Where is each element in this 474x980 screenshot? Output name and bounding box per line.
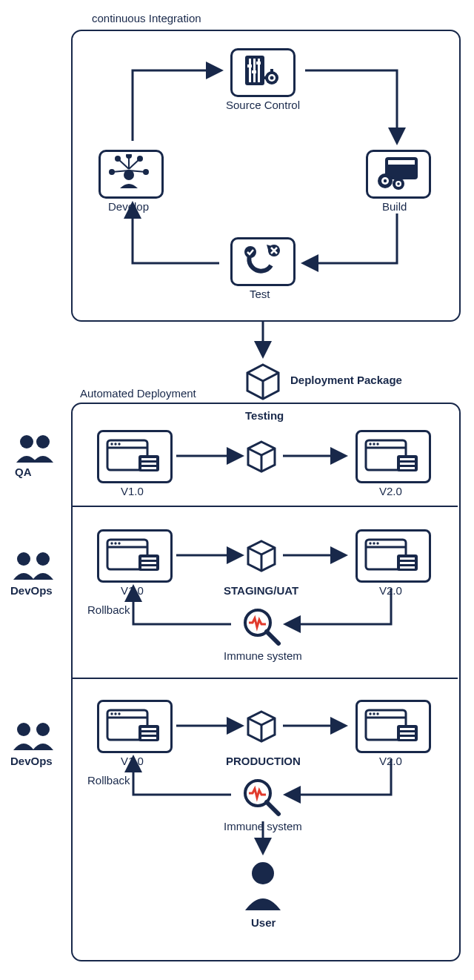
prod-v1-icon xyxy=(106,707,161,743)
svg-point-41 xyxy=(20,435,33,448)
testing-title: Testing xyxy=(245,409,284,422)
staging-v1-icon xyxy=(106,537,161,572)
devops1-role-icon xyxy=(10,550,56,581)
prod-to-user-arrow xyxy=(252,818,274,860)
qa-role-icon xyxy=(13,433,55,463)
svg-rect-105 xyxy=(141,737,156,739)
svg-point-74 xyxy=(114,542,116,544)
devops2-role-icon xyxy=(10,721,56,752)
svg-rect-54 xyxy=(141,463,156,465)
svg-line-39 xyxy=(263,373,278,381)
staging-feedback-arrows xyxy=(89,580,437,661)
package-icon xyxy=(246,363,280,400)
svg-point-49 xyxy=(110,443,113,445)
svg-rect-68 xyxy=(400,458,415,460)
svg-rect-55 xyxy=(141,467,156,469)
svg-point-124 xyxy=(252,862,274,884)
staging-v2-icon xyxy=(364,537,419,572)
testing-v1-icon xyxy=(106,437,161,473)
svg-point-46 xyxy=(36,723,50,736)
devops2-role-label: DevOps xyxy=(10,755,53,767)
ad-divider-1 xyxy=(71,506,458,507)
svg-rect-77 xyxy=(141,557,156,560)
svg-rect-103 xyxy=(141,728,156,730)
testing-v1-label: V1.0 xyxy=(121,485,144,497)
svg-point-75 xyxy=(118,542,120,544)
testing-flow-arrows xyxy=(175,445,353,467)
svg-point-90 xyxy=(376,542,378,544)
svg-point-44 xyxy=(36,552,50,566)
svg-rect-79 xyxy=(141,566,156,569)
svg-rect-78 xyxy=(141,562,156,564)
testing-v2-label: V2.0 xyxy=(379,485,402,497)
svg-point-99 xyxy=(110,712,113,715)
svg-point-116 xyxy=(376,712,378,715)
prod-v2-icon xyxy=(364,707,419,743)
svg-rect-119 xyxy=(400,732,415,735)
svg-point-101 xyxy=(118,712,120,715)
svg-point-45 xyxy=(17,723,30,736)
prod-flow-arrows xyxy=(175,715,353,737)
svg-point-100 xyxy=(114,712,116,715)
svg-line-38 xyxy=(247,373,263,381)
svg-point-115 xyxy=(373,712,375,715)
ci-to-pkg-arrow xyxy=(252,319,274,363)
svg-point-66 xyxy=(376,443,378,445)
svg-point-43 xyxy=(17,552,30,566)
user-label: User xyxy=(251,916,276,929)
svg-rect-120 xyxy=(400,737,415,739)
ad-title: Automated Deployment xyxy=(80,387,196,400)
svg-rect-69 xyxy=(400,463,415,465)
ad-divider-2 xyxy=(71,678,458,679)
testing-v2-icon xyxy=(364,437,419,473)
svg-point-50 xyxy=(114,443,116,445)
ci-title: continuous Integration xyxy=(92,12,201,24)
svg-point-42 xyxy=(36,435,50,448)
package-label: Deployment Package xyxy=(290,374,402,386)
qa-role-label: QA xyxy=(15,466,32,478)
svg-point-114 xyxy=(369,712,371,715)
svg-rect-118 xyxy=(400,728,415,730)
svg-rect-93 xyxy=(400,562,415,564)
svg-point-64 xyxy=(369,443,371,445)
svg-point-73 xyxy=(110,542,113,544)
svg-rect-94 xyxy=(400,566,415,569)
svg-point-89 xyxy=(373,542,375,544)
svg-rect-53 xyxy=(141,458,156,460)
svg-rect-70 xyxy=(400,467,415,469)
svg-point-88 xyxy=(369,542,371,544)
devops1-role-label: DevOps xyxy=(10,584,53,597)
ci-arrows xyxy=(71,30,458,319)
svg-rect-92 xyxy=(400,557,415,560)
staging-flow-arrows xyxy=(175,544,353,566)
svg-point-65 xyxy=(373,443,375,445)
user-icon xyxy=(242,860,284,912)
svg-point-51 xyxy=(118,443,120,445)
svg-rect-104 xyxy=(141,732,156,735)
